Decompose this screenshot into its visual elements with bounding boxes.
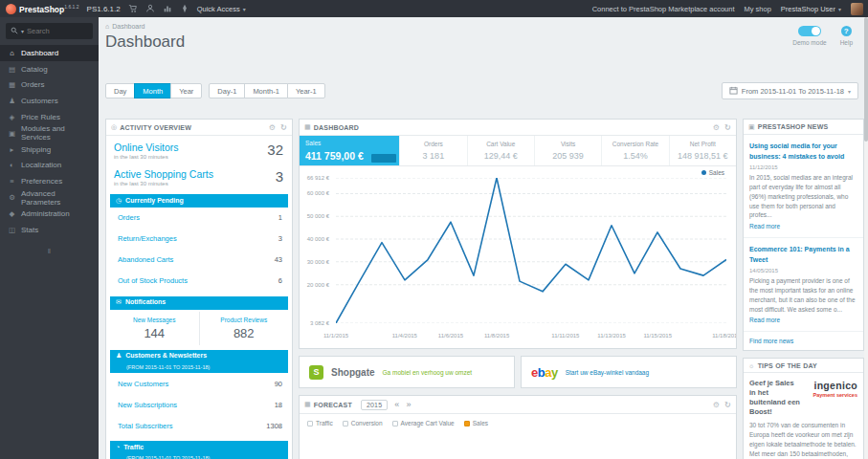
- brand-name: PrestaShop: [19, 4, 64, 13]
- new-messages-cell[interactable]: New Messages 144: [110, 312, 200, 345]
- refresh-icon[interactable]: ↻: [724, 401, 731, 409]
- find-more-news-link[interactable]: Find more news: [744, 332, 863, 350]
- range-month-1-button[interactable]: Month-1: [244, 83, 288, 98]
- kpi-conversion-rate[interactable]: Conversion Rate 1.54%: [602, 136, 669, 165]
- total-subscribers-link[interactable]: Total Subscribers: [118, 422, 173, 430]
- sidebar-item-advanced-parameters[interactable]: ⚙Advanced Parameters: [0, 189, 99, 206]
- forecast-prev-icon[interactable]: «: [394, 400, 399, 409]
- news-article-date: 14/05/2015: [749, 268, 857, 273]
- scrollbar[interactable]: [864, 17, 868, 459]
- topbar-shortcut-icons: [128, 4, 189, 13]
- collapse-menu-icon[interactable]: ‖: [0, 247, 99, 255]
- sidebar-item-orders[interactable]: ▦Orders: [0, 77, 99, 94]
- chart-y-tick: 66 912 €: [307, 175, 329, 181]
- mail-icon: ✉: [116, 298, 122, 307]
- gear-icon[interactable]: ⚙: [269, 123, 276, 132]
- help-icon[interactable]: ?: [841, 26, 852, 36]
- sidebar-search: ▾: [6, 23, 93, 39]
- read-more-link[interactable]: Read more: [749, 317, 780, 323]
- sidebar-menu: ⌂Dashboard ▤Catalog ▦Orders ♟Customers ◈…: [0, 45, 99, 238]
- my-shop-link[interactable]: My shop: [745, 5, 771, 13]
- range-month-button[interactable]: Month: [134, 83, 171, 98]
- dashboard-panel: ▦ DASHBOARD ⚙↻ Sales 411 759,00 € Orders…: [299, 119, 737, 349]
- sidebar-item-preferences[interactable]: ≡Preferences: [0, 173, 99, 189]
- sidebar-item-dashboard[interactable]: ⌂Dashboard: [0, 45, 99, 61]
- ebay-promo: ebay Start uw eBay-winkel vandaag: [521, 356, 737, 388]
- product-reviews-cell[interactable]: Product Reviews 882: [200, 312, 289, 345]
- new-subscriptions-row: New Subscriptions18: [106, 394, 292, 415]
- user-menu[interactable]: PrestaShop User ▾: [781, 5, 841, 13]
- sales-chart-legend[interactable]: Sales: [701, 169, 724, 176]
- chart-x-tick: 11/15/2015: [643, 333, 672, 339]
- chart-y-tick: 3 082 €: [310, 320, 329, 326]
- quick-access-menu[interactable]: Quick Access ▾: [197, 5, 246, 13]
- sidebar-item-localization[interactable]: ◐Localization: [0, 158, 99, 174]
- online-visitors-link[interactable]: Online Visitors: [114, 142, 284, 153]
- forecast-legend-conversion[interactable]: Conversion: [343, 420, 383, 426]
- pending-returns-link[interactable]: Return/Exchanges: [118, 234, 177, 243]
- forecast-legend-traffic[interactable]: Traffic: [307, 420, 333, 426]
- shopgate-promo-link[interactable]: Ga mobiel en verhoog uw omzet: [383, 369, 473, 376]
- forecast-panel-header: ▦ FORECAST 2015 « » ⚙↻: [300, 396, 736, 414]
- customer-icon[interactable]: [145, 4, 155, 13]
- tips-of-the-day-panel: ☼ TIPS OF THE DAY Geef je Sales in het b…: [743, 358, 864, 459]
- forecast-year-select[interactable]: 2015: [361, 400, 388, 410]
- prestashop-logo[interactable]: PrestaShop1.6.1.2: [0, 4, 85, 14]
- chart-x-tick: 11/8/2015: [484, 333, 509, 339]
- forecast-icon: ▦: [304, 401, 311, 408]
- kpi-net-profit[interactable]: Net Profit 148 918,51 €: [670, 136, 736, 165]
- sidebar-item-price-rules[interactable]: ◈Price Rules: [0, 109, 99, 125]
- read-more-link[interactable]: Read more: [749, 223, 780, 230]
- refresh-icon[interactable]: ↻: [724, 123, 731, 132]
- marketplace-link[interactable]: Connect to PrestaShop Marketplace accoun…: [592, 5, 735, 13]
- ebay-promo-link[interactable]: Start uw eBay-winkel vandaag: [566, 369, 649, 376]
- user-avatar[interactable]: [851, 3, 863, 15]
- news-article-headline[interactable]: Using social media for your business: 4 …: [749, 142, 844, 160]
- pending-returns-row: Return/Exchanges3: [106, 229, 292, 250]
- cart-icon[interactable]: [128, 4, 138, 13]
- range-year-button[interactable]: Year: [170, 83, 202, 98]
- range-day-button[interactable]: Day: [105, 83, 135, 98]
- demo-mode-toggle[interactable]: [798, 26, 821, 36]
- activity-icon: ◎: [111, 123, 117, 131]
- abandoned-carts-link[interactable]: Abandoned Carts: [118, 255, 173, 264]
- date-range-picker[interactable]: From 2015-11-01 To 2015-11-18 ▾: [722, 82, 858, 99]
- out-of-stock-row: Out of Stock Products6: [106, 271, 292, 292]
- sidebar-item-shipping[interactable]: ▸Shipping: [0, 142, 99, 158]
- kpi-visits[interactable]: Visits 205 939: [535, 136, 602, 165]
- sidebar-item-stats[interactable]: ◫Stats: [0, 222, 99, 238]
- range-year-1-button[interactable]: Year-1: [287, 83, 325, 98]
- kpi-orders[interactable]: Orders 3 181: [400, 136, 467, 165]
- rocket-icon[interactable]: [180, 4, 189, 13]
- new-customers-link[interactable]: New Customers: [118, 380, 168, 388]
- sidebar-item-catalog[interactable]: ▤Catalog: [0, 61, 99, 77]
- active-carts-link[interactable]: Active Shopping Carts: [114, 168, 284, 180]
- chevron-down-icon: ▾: [243, 6, 246, 12]
- kpi-sales[interactable]: Sales 411 759,00 €: [300, 136, 400, 165]
- gear-icon[interactable]: ⚙: [713, 123, 720, 132]
- scrollbar-thumb[interactable]: [864, 17, 868, 142]
- range-day-1-button[interactable]: Day-1: [209, 83, 245, 98]
- sidebar-item-modules[interactable]: ▣Modules and Services: [0, 125, 99, 142]
- news-article-excerpt: Picking a payment provider is one of the…: [749, 276, 857, 314]
- shop-name-link[interactable]: PS1.6.1.2: [87, 5, 121, 13]
- forecast-legend-average-cart-value[interactable]: Average Cart Value: [392, 420, 455, 426]
- forecast-next-icon[interactable]: »: [407, 400, 412, 409]
- news-article: Ecommerce 101: Payments in a Tweet 14/05…: [744, 238, 863, 332]
- forecast-legend-sales[interactable]: Sales: [464, 420, 488, 426]
- news-article-headline[interactable]: Ecommerce 101: Payments in a Tweet: [749, 246, 850, 263]
- new-subscriptions-link[interactable]: New Subscriptions: [118, 401, 177, 409]
- customers-newsletters-header: ♟ Customers & Newsletters (FROM 2015-11-…: [110, 350, 288, 374]
- search-scope-caret-icon[interactable]: ▾: [21, 28, 24, 34]
- stats-icon[interactable]: [163, 4, 172, 13]
- search-input[interactable]: [27, 27, 88, 35]
- kpi-cart-value[interactable]: Cart Value 129,44 €: [468, 136, 535, 165]
- sidebar-item-administration[interactable]: ◆Administration: [0, 206, 99, 222]
- gear-icon[interactable]: ⚙: [713, 401, 720, 409]
- out-of-stock-link[interactable]: Out of Stock Products: [118, 276, 188, 285]
- pending-orders-link[interactable]: Orders: [118, 213, 140, 222]
- sidebar-item-customers[interactable]: ♟Customers: [0, 93, 99, 109]
- chart-y-tick: 30 000 €: [307, 259, 329, 265]
- sales-kpi-badge: [371, 154, 396, 163]
- refresh-icon[interactable]: ↻: [280, 123, 287, 132]
